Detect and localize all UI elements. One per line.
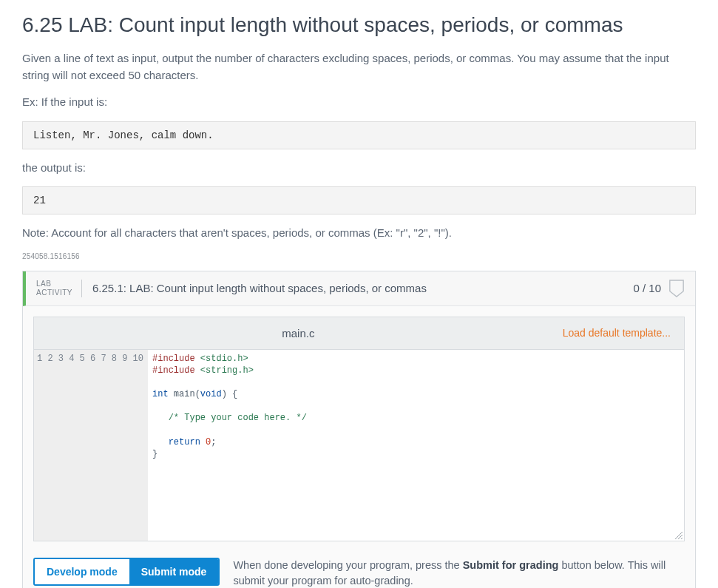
code-text[interactable]: #include <stdio.h> #include <string.h> i…: [148, 350, 684, 541]
code-token: ;: [211, 437, 216, 447]
code-token: int: [152, 389, 169, 399]
editor-tabbar: main.c Load default template...: [33, 317, 685, 349]
intro-text: Given a line of text as input, output th…: [22, 50, 696, 84]
editor-area: main.c Load default template... 1 2 3 4 …: [23, 306, 695, 589]
lab-tag-line2: ACTIVITY: [36, 288, 72, 297]
lab-title: 6.25.1: LAB: Count input length without …: [92, 282, 633, 294]
page-id: 254058.1516156: [22, 252, 696, 260]
code-token: #include: [152, 354, 195, 364]
code-editor[interactable]: 1 2 3 4 5 6 7 8 9 10 #include <stdio.h> …: [33, 349, 685, 541]
mode-description: When done developing your program, press…: [233, 558, 685, 589]
note-text: Note: Account for all characters that ar…: [22, 225, 696, 242]
example-output-label: the output is:: [22, 160, 696, 177]
code-token: <stdio.h>: [195, 354, 248, 364]
lab-activity-tag: LAB ACTIVITY: [36, 280, 82, 297]
code-token: ) {: [222, 389, 238, 399]
code-token: /* Type your code here. */: [152, 413, 307, 423]
develop-mode-button[interactable]: Develop mode: [35, 559, 129, 584]
mode-toggle: Develop mode Submit mode: [33, 558, 220, 586]
code-token: return: [152, 437, 206, 447]
mode-desc-pre: When done developing your program, press…: [233, 559, 462, 571]
example-input-block: Listen, Mr. Jones, calm down.: [22, 121, 696, 149]
code-token: <string.h>: [195, 365, 254, 376]
code-token: void: [200, 389, 222, 399]
lab-card: LAB ACTIVITY 6.25.1: LAB: Count input le…: [22, 271, 696, 589]
page-title: 6.25 LAB: Count input length without spa…: [22, 13, 696, 37]
example-output-block: 21: [22, 186, 696, 214]
lab-header: LAB ACTIVITY 6.25.1: LAB: Count input le…: [23, 271, 695, 306]
code-token: }: [152, 449, 158, 459]
lab-score: 0 / 10: [633, 282, 661, 294]
code-token: main(: [169, 389, 200, 399]
resize-handle-icon[interactable]: [674, 530, 683, 539]
svg-line-2: [681, 538, 683, 539]
mode-desc-bold: Submit for grading: [463, 559, 559, 571]
submit-mode-button[interactable]: Submit mode: [129, 559, 219, 584]
shield-icon: [668, 279, 685, 298]
lab-tag-line1: LAB: [36, 280, 72, 288]
code-token: #include: [152, 365, 195, 376]
example-input-label: Ex: If the input is:: [22, 94, 696, 111]
load-default-template-link[interactable]: Load default template...: [563, 327, 684, 339]
line-number-gutter: 1 2 3 4 5 6 7 8 9 10: [34, 350, 148, 541]
editor-filename: main.c: [34, 327, 563, 339]
mode-row: Develop mode Submit mode When done devel…: [33, 541, 685, 589]
